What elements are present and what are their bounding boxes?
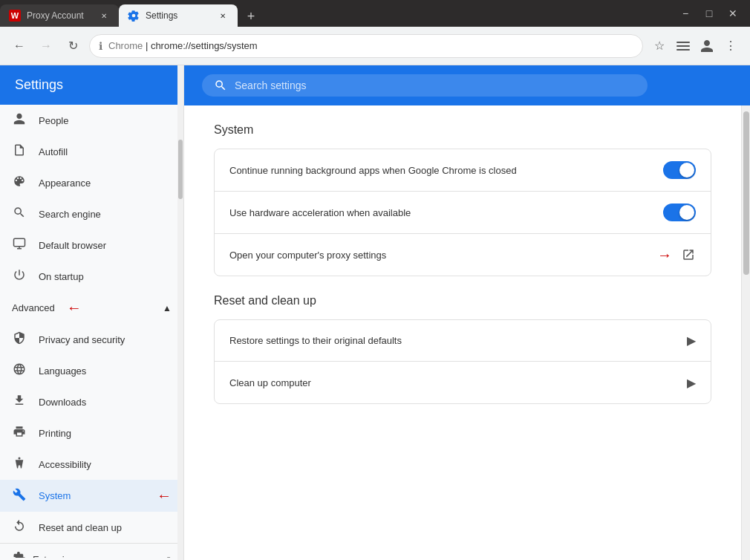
sidebar-item-downloads[interactable]: Downloads xyxy=(0,386,183,417)
svg-point-4 xyxy=(19,458,21,460)
system-red-arrow: ← xyxy=(157,487,172,504)
chrome-menu-icon[interactable]: ⋮ xyxy=(720,36,741,56)
new-tab-button[interactable]: + xyxy=(241,6,261,27)
downloads-label: Downloads xyxy=(39,397,86,408)
downloads-icon xyxy=(12,394,27,410)
content-wrapper: System Continue running background apps … xyxy=(184,105,750,560)
svg-rect-3 xyxy=(14,238,25,247)
sidebar-item-people[interactable]: People xyxy=(0,105,183,136)
proxy-tab-title: Proxy Account xyxy=(27,10,92,21)
languages-label: Languages xyxy=(39,365,86,377)
people-icon xyxy=(12,112,27,128)
background-apps-row: Continue running background apps when Go… xyxy=(215,149,711,192)
sidebar-item-autofill[interactable]: Autofill xyxy=(0,136,183,167)
main-scrollbar[interactable] xyxy=(741,105,750,560)
external-link-icon xyxy=(681,247,696,262)
sidebar-item-default-browser[interactable]: Default browser xyxy=(0,229,183,261)
sidebar-item-reset[interactable]: Reset and clean up xyxy=(0,512,183,543)
sidebar-item-accessibility[interactable]: Accessibility xyxy=(0,449,183,480)
proxy-settings-row[interactable]: Open your computer's proxy settings → xyxy=(215,234,711,276)
autofill-label: Autofill xyxy=(39,146,68,157)
sidebar-item-appearance[interactable]: Appearance xyxy=(0,167,183,198)
cleanup-chevron: ▶ xyxy=(687,376,696,390)
background-apps-toggle[interactable] xyxy=(663,161,696,179)
system-label: System xyxy=(39,490,71,501)
reset-section-title: Reset and clean up xyxy=(214,294,711,307)
on-startup-label: On startup xyxy=(39,271,84,282)
background-apps-action xyxy=(663,161,696,179)
on-startup-icon xyxy=(12,268,27,284)
sidebar-item-printing[interactable]: Printing xyxy=(0,417,183,449)
sidebar: Settings People Autofill xyxy=(0,65,184,560)
site-label: Chrome xyxy=(108,40,143,51)
settings-title: Settings xyxy=(15,77,63,92)
background-apps-label: Continue running background apps when Go… xyxy=(229,165,663,176)
proxy-tab-close[interactable]: ✕ xyxy=(98,10,110,22)
system-settings-card: Continue running background apps when Go… xyxy=(214,149,711,276)
browser-content: Settings People Autofill xyxy=(0,65,750,560)
hardware-accel-toggle[interactable] xyxy=(663,204,696,221)
hardware-accel-action xyxy=(663,204,696,221)
appearance-icon xyxy=(12,175,27,191)
settings-content: System Continue running background apps … xyxy=(184,105,741,560)
extensions-icon xyxy=(12,551,27,558)
settings-tab-close[interactable]: ✕ xyxy=(217,10,229,22)
search-engine-icon xyxy=(12,206,27,222)
toolbar-icons: ☆ ⋮ xyxy=(649,36,741,56)
system-section-title: System xyxy=(214,123,711,137)
restore-defaults-label: Restore settings to their original defau… xyxy=(229,335,687,346)
cleanup-row[interactable]: Clean up computer ▶ xyxy=(215,362,711,403)
sidebar-nav: People Autofill Appearance xyxy=(0,105,183,558)
main-scroll-thumb xyxy=(743,111,749,275)
tab-proxy[interactable]: W Proxy Account ✕ xyxy=(0,4,119,27)
svg-rect-0 xyxy=(676,42,690,43)
privacy-icon xyxy=(12,331,27,348)
more-tools-icon[interactable] xyxy=(673,36,694,56)
restore-defaults-chevron: ▶ xyxy=(687,333,696,348)
sidebar-item-search-engine[interactable]: Search engine xyxy=(0,198,183,229)
sidebar-item-system[interactable]: System ← xyxy=(0,480,183,512)
minimize-button[interactable]: − xyxy=(674,4,697,22)
extensions-label: Extensions xyxy=(33,554,80,559)
address-text: Chrome | chrome://settings/system xyxy=(108,40,633,51)
reset-icon xyxy=(12,519,27,535)
sidebar-scrollbar[interactable] xyxy=(177,65,183,560)
search-engine-label: Search engine xyxy=(39,209,101,220)
back-button[interactable]: ← xyxy=(9,36,30,56)
search-bar[interactable]: Search settings xyxy=(202,74,648,97)
search-icon xyxy=(214,79,227,92)
settings-search-header: Search settings xyxy=(184,65,750,105)
sidebar-scroll-thumb xyxy=(178,140,183,199)
advanced-red-arrow: ← xyxy=(67,299,82,316)
accessibility-icon xyxy=(12,456,27,472)
appearance-label: Appearance xyxy=(39,178,91,189)
default-browser-label: Default browser xyxy=(39,240,106,251)
restore-defaults-row[interactable]: Restore settings to their original defau… xyxy=(215,320,711,362)
bookmark-icon[interactable]: ☆ xyxy=(649,36,670,56)
close-button[interactable]: ✕ xyxy=(722,4,744,22)
maximize-button[interactable]: □ xyxy=(698,4,720,22)
tab-settings[interactable]: Settings ✕ xyxy=(119,4,238,27)
main-area: Search settings System Continue running … xyxy=(184,65,750,560)
search-placeholder: Search settings xyxy=(235,79,307,91)
hardware-accel-row: Use hardware acceleration when available xyxy=(215,192,711,234)
main-content: System Continue running background apps … xyxy=(184,105,750,560)
cleanup-label: Clean up computer xyxy=(229,377,687,388)
address-input[interactable]: ℹ Chrome | chrome://settings/system xyxy=(89,34,643,58)
settings-sidebar-header: Settings xyxy=(0,65,183,105)
svg-rect-1 xyxy=(676,45,690,47)
proxy-settings-action: → xyxy=(657,247,696,264)
sidebar-item-languages[interactable]: Languages xyxy=(0,355,183,386)
titlebar: W Proxy Account ✕ Settings ✕ + − □ ✕ xyxy=(0,0,750,27)
reload-button[interactable]: ↻ xyxy=(62,36,83,56)
window-controls: − □ ✕ xyxy=(668,4,750,22)
toggle-thumb xyxy=(679,163,694,178)
advanced-section-header[interactable]: Advanced ← ▲ xyxy=(0,292,183,324)
accessibility-label: Accessibility xyxy=(39,459,91,470)
printing-icon xyxy=(12,425,27,441)
forward-button[interactable]: → xyxy=(36,36,56,56)
sidebar-item-on-startup[interactable]: On startup xyxy=(0,261,183,292)
account-icon[interactable] xyxy=(697,36,717,56)
sidebar-item-extensions[interactable]: Extensions ↗ xyxy=(0,543,183,558)
sidebar-item-privacy[interactable]: Privacy and security xyxy=(0,324,183,355)
